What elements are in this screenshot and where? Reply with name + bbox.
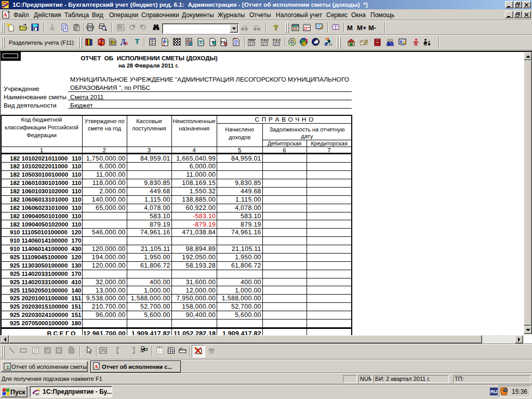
svg-text:118,000.00: 118,000.00 [92, 179, 126, 187]
svg-text:108,169.15: 108,169.15 [182, 179, 216, 187]
svg-text:4: 4 [193, 148, 196, 154]
svg-text:назначения: назначения [179, 126, 209, 132]
svg-text:1,588,000.00: 1,588,000.00 [222, 295, 261, 302]
svg-text:ПЛАТ: ПЛАТ [248, 38, 256, 42]
svg-text:140: 140 [71, 288, 81, 294]
svg-text:98,894.89: 98,894.89 [185, 245, 216, 252]
svg-text:2: 2 [103, 148, 106, 154]
svg-text:182: 182 [10, 180, 20, 187]
svg-text:5,600.00: 5,600.00 [144, 311, 170, 318]
svg-text:5,600.00: 5,600.00 [235, 311, 261, 318]
svg-text:182: 182 [10, 205, 20, 211]
svg-text:ОТЧЕТ ОБ ИСПОЛНЕНИИ СМЕТЫ (Д: ОТЧЕТ ОБ ИСПОЛНЕНИИ СМЕТЫ (ДОХОДЫ) [81, 55, 217, 62]
svg-text:5: 5 [238, 148, 241, 154]
svg-text:к: к [125, 39, 128, 46]
svg-text:10601030101000: 10601030101000 [22, 180, 69, 187]
svg-text:11406014100000: 11406014100000 [22, 246, 68, 252]
svg-text:61,806.72: 61,806.72 [231, 262, 261, 269]
svg-text:Бюджет: Бюджет [70, 102, 93, 109]
svg-text:182: 182 [10, 156, 20, 162]
svg-text:910: 910 [10, 246, 20, 252]
svg-text:Вид деятельности: Вид деятельности [4, 102, 57, 109]
svg-text:?: ? [273, 23, 278, 31]
svg-text:31,600.00: 31,600.00 [185, 278, 216, 286]
svg-text:1,950.00: 1,950.00 [235, 254, 261, 261]
svg-text:11303050100000: 11303050100000 [22, 263, 68, 269]
svg-text:192,050.00: 192,050.00 [182, 254, 216, 261]
svg-text:10904050102000: 10904050102000 [22, 222, 69, 228]
svg-text:1,115.00: 1,115.00 [144, 196, 170, 203]
svg-text:A: A [94, 363, 98, 369]
svg-text:классификации Российской: классификации Российской [5, 125, 78, 131]
svg-text:182: 182 [10, 214, 20, 220]
svg-text:170: 170 [71, 238, 81, 244]
svg-text:2,000.00: 2,000.00 [99, 188, 126, 195]
svg-text:11,000.00: 11,000.00 [186, 171, 216, 178]
svg-text:546,000.00: 546,000.00 [92, 229, 126, 236]
svg-text:V7: V7 [35, 393, 39, 396]
svg-text:90,400.00: 90,400.00 [185, 311, 216, 318]
svg-text:1,750,000.00: 1,750,000.00 [86, 155, 126, 162]
svg-text:Код бюджетной: Код бюджетной [21, 117, 62, 123]
svg-text:Начислено: Начислено [225, 127, 254, 133]
svg-text:410: 410 [71, 280, 81, 286]
svg-text:210,700.00: 210,700.00 [92, 303, 126, 310]
svg-text:10606013101000: 10606013101000 [22, 197, 69, 203]
svg-text:74,961.16: 74,961.16 [140, 229, 170, 236]
svg-text:12,000.00: 12,000.00 [185, 287, 216, 294]
svg-text:Федерации: Федерации [26, 132, 57, 139]
svg-text:10102022011000: 10102022011000 [22, 164, 68, 170]
svg-text:A: A [3, 11, 7, 18]
svg-text:120: 120 [71, 230, 81, 236]
svg-text:1: 1 [40, 148, 43, 154]
svg-text:879.19: 879.19 [241, 221, 261, 228]
svg-text:6: 6 [283, 148, 286, 154]
svg-text:11406014100000: 11406014100000 [22, 238, 68, 244]
svg-text:ОБРАЗОВАНИЯ ", по РПБС: ОБРАЗОВАНИЯ ", по РПБС [70, 84, 150, 91]
svg-text:151: 151 [71, 304, 82, 310]
svg-text:?: ? [294, 38, 296, 43]
svg-text:Учреждение: Учреждение [4, 85, 39, 92]
svg-text:925: 925 [10, 312, 20, 318]
svg-text:10102021011000: 10102021011000 [22, 156, 68, 162]
svg-text:1,665,040.99: 1,665,040.99 [176, 155, 216, 162]
svg-text:7.7: 7.7 [329, 43, 332, 46]
svg-text:на 28 Февраля 2011 г.: на 28 Февраля 2011 г. [118, 63, 179, 69]
svg-text:Неисполненные: Неисполненные [173, 118, 216, 125]
svg-text:110: 110 [72, 205, 82, 211]
svg-text:400.00: 400.00 [150, 278, 170, 286]
svg-text:7,950,000.00: 7,950,000.00 [176, 295, 216, 302]
svg-text:20203024100000: 20203024100000 [22, 312, 69, 318]
svg-text:61,806.72: 61,806.72 [140, 262, 170, 269]
svg-text:6,000.00: 6,000.00 [190, 163, 216, 170]
svg-text:180: 180 [71, 321, 81, 327]
svg-text:879.19: 879.19 [150, 221, 170, 228]
svg-text:182: 182 [10, 222, 20, 228]
svg-text:21,105.11: 21,105.11 [232, 245, 261, 252]
svg-text:84,959.01: 84,959.01 [231, 155, 261, 162]
svg-text:10606023101000: 10606023101000 [22, 205, 69, 211]
svg-text:925: 925 [10, 263, 20, 269]
svg-text:925: 925 [10, 304, 20, 310]
svg-text:Σ: Σ [163, 42, 165, 46]
svg-text:10904050101000: 10904050101000 [22, 214, 69, 220]
svg-text:ПКО: ПКО [261, 38, 269, 42]
svg-text:4,078.00: 4,078.00 [144, 204, 170, 211]
svg-text:583.10: 583.10 [150, 212, 170, 220]
svg-text:120,000.00: 120,000.00 [92, 245, 126, 252]
svg-text:158,000.00: 158,000.00 [182, 303, 216, 310]
svg-text:138,885.00: 138,885.00 [182, 196, 216, 203]
svg-text:32,000.00: 32,000.00 [96, 278, 126, 286]
svg-text:6,000.00: 6,000.00 [99, 163, 126, 170]
svg-text:Наименование сметы: Наименование сметы [4, 94, 66, 101]
svg-text:400.00: 400.00 [241, 278, 261, 286]
svg-text:11105010100000: 11105010100000 [22, 230, 68, 236]
svg-text:1,000.00: 1,000.00 [235, 287, 261, 294]
svg-text:Смета 2011: Смета 2011 [70, 94, 104, 101]
svg-text:Σ: Σ [7, 365, 10, 370]
svg-text:151: 151 [71, 296, 82, 302]
svg-text:смете на год: смете на год [88, 126, 122, 132]
svg-text:194,000.00: 194,000.00 [92, 254, 126, 261]
svg-text:84,959.01: 84,959.01 [140, 155, 170, 162]
svg-text:110: 110 [72, 214, 82, 220]
